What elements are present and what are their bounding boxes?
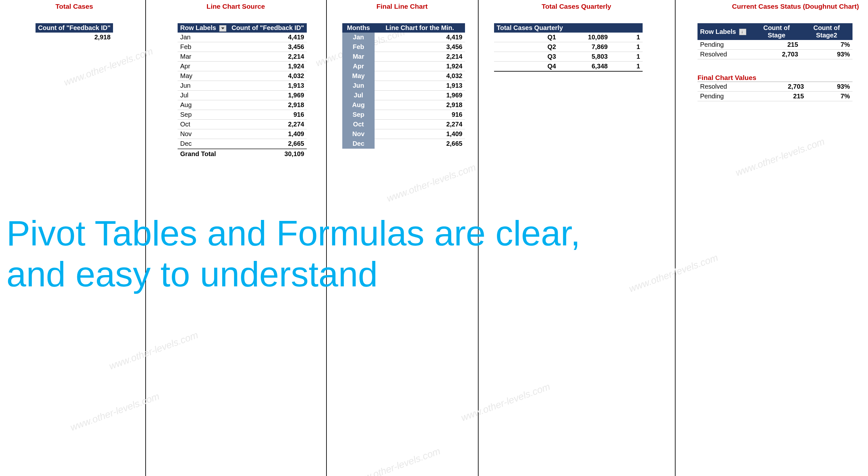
table-row: 6,348 [559, 62, 610, 72]
table-row: 2,918 [229, 100, 307, 110]
total-cases-header: Count of "Feedback ID" [35, 23, 113, 33]
table-row: May [342, 71, 375, 81]
line-chart-source-title: Line Chart Source [152, 3, 320, 10]
table-row: 2,274 [375, 120, 465, 129]
table-row: 2,214 [229, 52, 307, 62]
table-row: 916 [375, 110, 465, 120]
table-row: Aug [178, 100, 229, 110]
table-row: Jul [178, 91, 229, 100]
doughnut-row-labels-header[interactable]: Row Labels [698, 23, 752, 40]
doughnut-count-stage-header: Count of Stage [752, 23, 801, 40]
table-row: Jul [342, 91, 375, 100]
table-row: Q4 [494, 62, 559, 72]
table-row: 2,918 [375, 100, 465, 110]
big-caption: Pivot Tables and Formulas are clear, and… [6, 213, 580, 295]
watermark: www.other-levels.com [734, 136, 826, 178]
table-row: 2,665 [375, 139, 465, 149]
final-line-chart-title: Final Line Chart [333, 3, 471, 10]
watermark: www.other-levels.com [350, 445, 442, 476]
table-row: Q3 [494, 52, 559, 62]
table-row: 2,274 [229, 120, 307, 129]
table-row: Sep [178, 110, 229, 120]
pivot-row-labels-text: Row Labels [180, 24, 216, 31]
quarterly-header: Total Cases Quarterly [494, 23, 643, 33]
grand-total-label: Grand Total [178, 149, 229, 159]
watermark: www.other-levels.com [627, 252, 719, 295]
sort-down-icon[interactable] [739, 29, 746, 35]
table-row: 5,803 [559, 52, 610, 62]
table-row: 7% [801, 40, 852, 50]
table-row: Jan [178, 33, 229, 42]
table-row: 93% [807, 82, 852, 92]
total-cases-value: 2,918 [35, 33, 113, 42]
table-row: 4,032 [375, 71, 465, 81]
table-row: Sep [342, 110, 375, 120]
table-row: Resolved [698, 82, 752, 92]
table-row: Pending [698, 92, 752, 101]
quarterly-title: Total Cases Quarterly [485, 3, 669, 10]
table-row: 7,869 [559, 42, 610, 52]
table-row: 1,924 [229, 62, 307, 71]
total-cases-title: Total Cases [10, 3, 139, 10]
table-row: Mar [178, 52, 229, 62]
table-row: Jun [342, 81, 375, 91]
watermark: www.other-levels.com [385, 162, 477, 204]
table-row: 1,409 [229, 129, 307, 139]
table-row: 3,456 [229, 42, 307, 52]
table-row: 2,214 [375, 52, 465, 62]
table-row: Jun [178, 81, 229, 91]
final-chart-values-title: Final Chart Values [698, 74, 862, 81]
table-row: 1 [610, 33, 643, 42]
doughnut-row-labels-text: Row Labels [700, 28, 736, 35]
table-row: Feb [178, 42, 229, 52]
table-row: Pending [698, 40, 752, 50]
table-row: 2,703 [752, 50, 801, 59]
table-row: Nov [178, 129, 229, 139]
table-row: 1,924 [375, 62, 465, 71]
big-caption-line1: Pivot Tables and Formulas are clear, [6, 213, 580, 254]
table-row: Nov [342, 129, 375, 139]
watermark: www.other-levels.com [69, 390, 161, 433]
doughnut-title: Current Cases Status (Doughnut Chart) [681, 3, 862, 10]
months-header: Months [342, 23, 375, 33]
table-row: Apr [178, 62, 229, 71]
table-row: Dec [342, 139, 375, 149]
table-row: Oct [178, 120, 229, 129]
table-row: 7% [807, 92, 852, 101]
grand-total-value: 30,109 [229, 149, 307, 159]
table-row: 1,409 [375, 129, 465, 139]
pivot-row-labels-header[interactable]: Row Labels [178, 23, 229, 33]
table-row: Resolved [698, 50, 752, 59]
table-row: Feb [342, 42, 375, 52]
table-row: 4,032 [229, 71, 307, 81]
watermark: www.other-levels.com [62, 45, 154, 88]
table-row: Mar [342, 52, 375, 62]
table-row: Oct [342, 120, 375, 129]
table-row: 2,665 [229, 139, 307, 149]
table-row: Dec [178, 139, 229, 149]
chevron-down-icon[interactable] [219, 25, 226, 32]
pivot-count-header: Count of "Feedback ID" [229, 23, 307, 33]
table-row: 1 [610, 52, 643, 62]
table-row: 1,913 [375, 81, 465, 91]
watermark: www.other-levels.com [460, 381, 552, 423]
table-row: 1,913 [229, 81, 307, 91]
table-row: 215 [752, 40, 801, 50]
table-row: 1,969 [375, 91, 465, 100]
table-row: 93% [801, 50, 852, 59]
table-row: 1 [610, 62, 643, 72]
table-row: 1,969 [229, 91, 307, 100]
table-row: 3,456 [375, 42, 465, 52]
table-row: Q2 [494, 42, 559, 52]
table-row: Q1 [494, 33, 559, 42]
table-row: 4,419 [229, 33, 307, 42]
table-row: 215 [752, 92, 807, 101]
watermark: www.other-levels.com [107, 329, 199, 372]
table-row: 2,703 [752, 82, 807, 92]
divider-4 [675, 0, 676, 476]
doughnut-count-stage2-header: Count of Stage2 [801, 23, 852, 40]
table-row: May [178, 71, 229, 81]
table-row: 916 [229, 110, 307, 120]
table-row: 10,089 [559, 33, 610, 42]
table-row: Apr [342, 62, 375, 71]
